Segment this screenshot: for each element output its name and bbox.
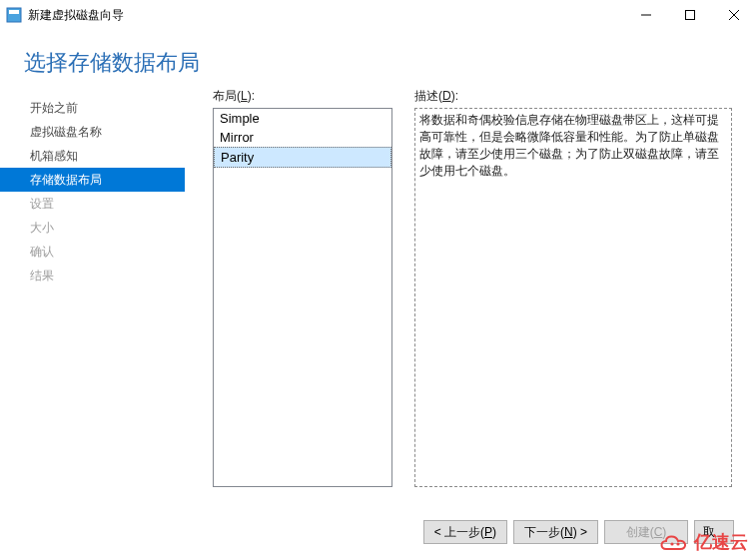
svg-rect-3 bbox=[686, 11, 695, 20]
svg-rect-1 bbox=[9, 10, 19, 14]
step-item[interactable]: 机箱感知 bbox=[0, 144, 185, 168]
layout-option[interactable]: Mirror bbox=[214, 128, 391, 147]
layout-label-accel: L bbox=[241, 89, 248, 103]
prev-button-accel: P bbox=[484, 525, 492, 539]
description-label-accel: D bbox=[442, 89, 451, 103]
step-item[interactable]: 开始之前 bbox=[0, 96, 185, 120]
content-row: 开始之前虚拟磁盘名称机箱感知存储数据布局设置大小确认结果 布局(L): Simp… bbox=[0, 88, 756, 487]
watermark: 亿速云 bbox=[658, 530, 748, 554]
description-label-suffix: ): bbox=[451, 89, 458, 103]
create-button-pre: 创建( bbox=[626, 524, 654, 541]
layout-label: 布局(L): bbox=[213, 88, 392, 108]
next-button-accel: N bbox=[564, 525, 573, 539]
next-button[interactable]: 下一步(N) > bbox=[513, 520, 598, 544]
svg-line-5 bbox=[729, 10, 739, 20]
layout-label-prefix: 布局( bbox=[213, 89, 241, 103]
svg-point-6 bbox=[670, 542, 673, 545]
description-textbox: 将数据和奇偶校验信息存储在物理磁盘带区上，这样可提高可靠性，但是会略微降低容量和… bbox=[414, 108, 732, 487]
heading-area: 选择存储数据布局 bbox=[0, 30, 756, 88]
close-button[interactable] bbox=[712, 0, 756, 30]
description-label-prefix: 描述( bbox=[414, 89, 442, 103]
window-controls bbox=[624, 0, 756, 30]
layout-option[interactable]: Simple bbox=[214, 109, 391, 128]
layout-label-suffix: ): bbox=[248, 89, 255, 103]
page-title: 选择存储数据布局 bbox=[24, 48, 756, 78]
step-item[interactable]: 虚拟磁盘名称 bbox=[0, 120, 185, 144]
wizard-steps: 开始之前虚拟磁盘名称机箱感知存储数据布局设置大小确认结果 bbox=[0, 88, 185, 487]
titlebar: 新建虚拟磁盘向导 bbox=[0, 0, 756, 30]
prev-button-post: ) bbox=[492, 525, 496, 539]
description-column: 描述(D): 将数据和奇偶校验信息存储在物理磁盘带区上，这样可提高可靠性，但是会… bbox=[414, 88, 732, 487]
app-icon bbox=[6, 7, 22, 23]
svg-point-7 bbox=[676, 542, 679, 545]
step-item: 设置 bbox=[0, 192, 185, 216]
next-button-post: ) > bbox=[573, 525, 587, 539]
minimize-button[interactable] bbox=[624, 0, 668, 30]
svg-line-4 bbox=[729, 10, 739, 20]
next-button-pre: 下一步( bbox=[524, 524, 564, 541]
step-item: 大小 bbox=[0, 216, 185, 240]
window-title: 新建虚拟磁盘向导 bbox=[28, 7, 124, 24]
layout-listbox[interactable]: SimpleMirrorParity bbox=[213, 108, 392, 487]
watermark-icon bbox=[658, 531, 690, 553]
step-item: 结果 bbox=[0, 264, 185, 287]
watermark-text: 亿速云 bbox=[694, 530, 748, 554]
step-item[interactable]: 存储数据布局 bbox=[0, 168, 185, 192]
layout-column: 布局(L): SimpleMirrorParity bbox=[213, 88, 392, 487]
description-label: 描述(D): bbox=[414, 88, 732, 108]
maximize-button[interactable] bbox=[668, 0, 712, 30]
layout-option[interactable]: Parity bbox=[214, 147, 391, 168]
prev-button[interactable]: < 上一步(P) bbox=[423, 520, 507, 544]
step-item: 确认 bbox=[0, 240, 185, 264]
prev-button-pre: < 上一步( bbox=[434, 524, 484, 541]
